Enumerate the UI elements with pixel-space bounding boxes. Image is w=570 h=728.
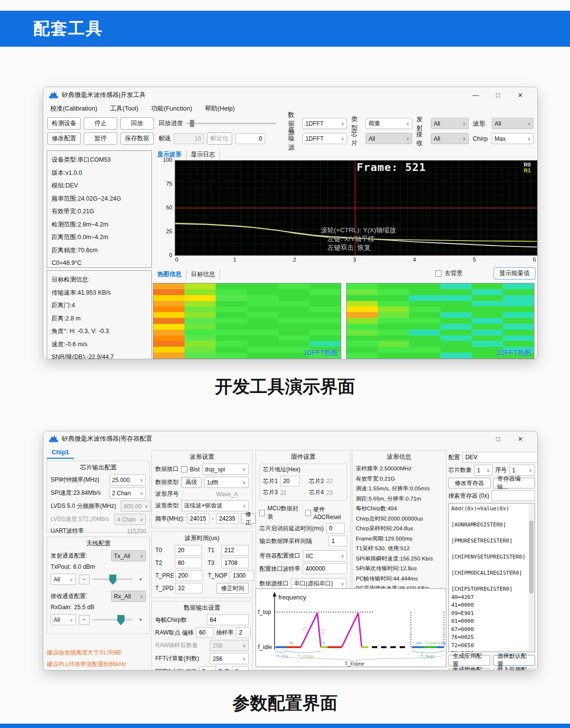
detect-device-button[interactable]: 检测设备 bbox=[47, 117, 81, 130]
rx-gain-plus-button[interactable]: + bbox=[135, 615, 146, 625]
generate-firmware-config-button[interactable]: 生成固件配置 bbox=[448, 669, 490, 671]
search-register-input[interactable] bbox=[492, 490, 535, 501]
slider-thumb[interactable] bbox=[109, 575, 116, 585]
freq-fix-button[interactable]: 修正 bbox=[241, 513, 256, 524]
slider-thumb[interactable] bbox=[117, 615, 125, 625]
advanced-button[interactable]: 高级 bbox=[181, 477, 202, 488]
t0-input[interactable] bbox=[175, 545, 202, 556]
tab-chip1[interactable]: Chip1 bbox=[47, 447, 74, 459]
data-source-select[interactable]: 1DFFT∨ bbox=[302, 118, 347, 129]
frame-rate-input[interactable] bbox=[174, 133, 204, 144]
index-select[interactable]: 1∨ bbox=[509, 465, 535, 476]
data-type-select[interactable]: 1dfft∨ bbox=[204, 477, 249, 488]
menu-calibration[interactable]: 校准(Calibration) bbox=[50, 104, 97, 113]
register-edit-button[interactable]: 寄存器编辑... bbox=[493, 478, 535, 488]
maximize-button[interactable]: □ bbox=[487, 432, 509, 446]
close-button[interactable]: ✕ bbox=[509, 432, 532, 446]
heatmap-cell bbox=[503, 312, 534, 318]
frame-locate-input[interactable] bbox=[235, 133, 265, 144]
tnop-input[interactable] bbox=[230, 570, 254, 581]
start-delay-input[interactable] bbox=[326, 523, 345, 534]
playback-progress-slider[interactable] bbox=[186, 123, 276, 124]
modify-config-button[interactable]: 修改配置 bbox=[47, 132, 81, 145]
wave-select[interactable]: All∨ bbox=[492, 118, 533, 129]
t3-input[interactable] bbox=[221, 558, 249, 568]
tx-power-plus-button[interactable]: + bbox=[135, 575, 146, 584]
t2pd-input[interactable] bbox=[175, 583, 202, 594]
spi-clock-select[interactable]: 25.000∨ bbox=[109, 474, 146, 485]
chip-select[interactable]: All∨ bbox=[366, 133, 412, 144]
t1-input[interactable] bbox=[221, 545, 249, 556]
tab-target-info[interactable]: 目标信息 bbox=[186, 269, 220, 280]
cfg-baud-input[interactable] bbox=[303, 563, 347, 574]
register-scrollbar[interactable] bbox=[529, 504, 534, 651]
tpre-input[interactable] bbox=[175, 570, 202, 581]
tx-power-slider[interactable] bbox=[92, 579, 132, 580]
rx-channel-select[interactable]: Rx_All∨ bbox=[111, 591, 146, 602]
fft-out-col-offset-input[interactable] bbox=[199, 666, 216, 671]
tx-power-minus-button[interactable]: − bbox=[79, 575, 90, 584]
chirps-input[interactable] bbox=[207, 615, 249, 625]
datasrc-select[interactable]: 串口(虚拟串口)∨ bbox=[291, 578, 347, 589]
fix-time-button[interactable]: 修正时间 bbox=[217, 583, 249, 594]
rx-select[interactable]: All∨ bbox=[431, 133, 469, 144]
generate-app-config-button[interactable]: 生成应用配置 bbox=[448, 655, 490, 666]
rx-gain-slider[interactable] bbox=[92, 619, 132, 620]
freq-to-input[interactable] bbox=[216, 513, 239, 524]
spi-channels-select[interactable]: 2 Chan∨ bbox=[109, 487, 146, 499]
slider-thumb[interactable] bbox=[190, 120, 194, 127]
freq-from-input[interactable] bbox=[187, 513, 209, 524]
wave-info-line: Frame周期:129.500ms bbox=[356, 534, 442, 544]
minimize-button[interactable]: — bbox=[464, 88, 487, 102]
raw-rate-input[interactable] bbox=[236, 627, 251, 638]
lvds-div-select[interactable]: 600.00∨ bbox=[121, 501, 150, 512]
raw-after-select[interactable]: 256∨ bbox=[210, 640, 249, 651]
maximize-button[interactable]: □ bbox=[487, 88, 509, 102]
close-button[interactable]: ✕ bbox=[509, 88, 532, 102]
register-list[interactable]: Addr(0x)=Value(0x) [AONRAMREGISTER0] [PM… bbox=[448, 503, 535, 652]
chirp-select[interactable]: Max∨ bbox=[492, 133, 533, 144]
bist-checkbox[interactable] bbox=[181, 466, 187, 472]
tab-show-log[interactable]: 显示日志 bbox=[186, 149, 220, 160]
menu-help[interactable]: 帮助(Help) bbox=[205, 104, 235, 113]
load-app-config-button[interactable]: 载入应用配置 bbox=[493, 669, 535, 671]
heatmap-cell bbox=[184, 289, 216, 295]
fft-cols-select[interactable]: 256∨ bbox=[210, 653, 249, 664]
reg-if-select[interactable]: IIC∨ bbox=[303, 550, 347, 561]
show-energy-button[interactable]: 显示能量值 bbox=[494, 267, 535, 280]
remove-background-checkbox[interactable] bbox=[435, 270, 441, 277]
wave-info-line: 有效带宽:0.21G bbox=[356, 474, 442, 484]
rx-ant-select[interactable]: All∨ bbox=[51, 614, 76, 625]
config-name-input[interactable] bbox=[462, 452, 538, 463]
menu-tool[interactable]: 工具(Tool) bbox=[110, 104, 139, 113]
noise-source-select[interactable]: 1DFFT∨ bbox=[302, 133, 347, 144]
save-data-button[interactable]: 保存数据 bbox=[120, 132, 154, 145]
tx-ant-select[interactable]: All∨ bbox=[51, 574, 76, 585]
stop-button[interactable]: 停止 bbox=[84, 117, 117, 130]
scrollbar-thumb[interactable] bbox=[529, 521, 533, 594]
modify-register-button[interactable]: 修改寄存器 bbox=[448, 478, 491, 488]
tab-heatmap-info[interactable]: 热图信息 bbox=[153, 269, 186, 280]
downsample-input[interactable] bbox=[329, 536, 347, 546]
mcu-pack-checkbox[interactable] bbox=[259, 510, 265, 516]
select-default-config-button[interactable]: 选择默认配置 bbox=[493, 655, 535, 666]
pause-button[interactable]: 暂停 bbox=[84, 132, 117, 145]
t2-input[interactable] bbox=[175, 558, 202, 568]
fft-out-col-count-input[interactable] bbox=[232, 666, 249, 671]
raw-offset-input[interactable] bbox=[196, 627, 214, 638]
type-select[interactable]: 能量∨ bbox=[366, 118, 412, 129]
rx-gain-minus-button[interactable]: − bbox=[79, 615, 90, 625]
replay-button[interactable]: 回放 bbox=[120, 117, 154, 130]
frame-locate-button[interactable]: 帧定位 bbox=[207, 132, 232, 145]
wave-type-select[interactable]: 连续波+锯齿波∨ bbox=[181, 500, 249, 511]
chip-count-select[interactable]: 1∨ bbox=[474, 465, 493, 476]
txpout-label: TxPout: bbox=[51, 563, 71, 570]
data-interface-select[interactable]: dsp_spi∨ bbox=[202, 464, 249, 475]
menu-function[interactable]: 功能(Function) bbox=[151, 104, 192, 113]
tx-channel-select[interactable]: Tx_All∨ bbox=[111, 550, 146, 561]
register-line: 76=0025 bbox=[451, 634, 532, 642]
chip1-addr-input[interactable] bbox=[280, 476, 300, 486]
adc-reset-checkbox[interactable] bbox=[305, 510, 311, 516]
lvds-channels-select[interactable]: 4 Chan∨ bbox=[114, 514, 147, 525]
tx-select[interactable]: All∨ bbox=[431, 118, 469, 129]
